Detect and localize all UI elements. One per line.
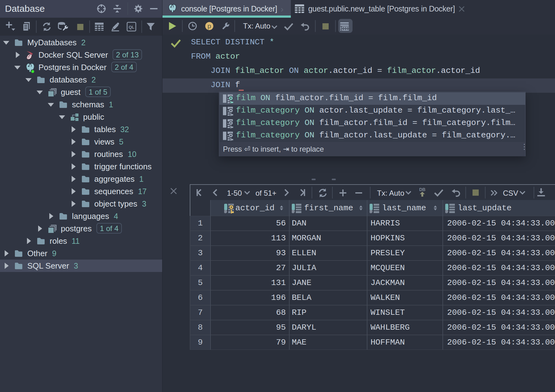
svg-text:DB: DB [419, 187, 425, 192]
svg-text:p: p [207, 23, 211, 30]
svg-text:QL: QL [129, 25, 134, 29]
